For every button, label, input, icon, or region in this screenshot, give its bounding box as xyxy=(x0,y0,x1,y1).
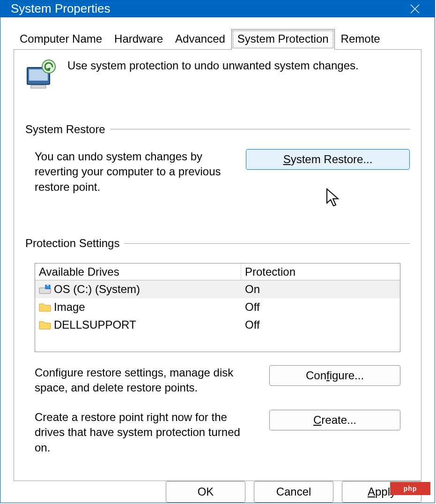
divider xyxy=(124,243,410,244)
svg-rect-4 xyxy=(31,85,46,88)
system-protection-icon xyxy=(25,59,59,90)
close-icon xyxy=(410,4,420,14)
create-desc: Create a restore point right now for the… xyxy=(25,410,255,455)
window-title: System Properties xyxy=(11,1,110,16)
tab-computer-name[interactable]: Computer Name xyxy=(14,29,108,49)
system-restore-desc: You can undo system changes by reverting… xyxy=(25,149,232,195)
group-protection-settings-heading: Protection Settings xyxy=(25,237,410,250)
drive-row[interactable]: DELLSUPPORT Off xyxy=(35,316,400,334)
drive-name: DELLSUPPORT xyxy=(54,318,136,331)
divider xyxy=(110,129,410,129)
dialog-content: Computer Name Hardware Advanced System P… xyxy=(0,17,435,481)
drive-status: Off xyxy=(241,316,400,334)
configure-row: Configure restore settings, manage disk … xyxy=(25,365,410,396)
system-restore-button[interactable]: System Restore... xyxy=(246,149,410,170)
drives-header: Available Drives Protection xyxy=(35,263,400,280)
tab-hardware[interactable]: Hardware xyxy=(108,29,169,49)
create-button[interactable]: Create... xyxy=(269,410,400,430)
folder-icon xyxy=(39,302,51,312)
configure-button[interactable]: Configure... xyxy=(269,365,400,386)
col-protection[interactable]: Protection xyxy=(241,263,400,280)
configure-desc: Configure restore settings, manage disk … xyxy=(25,365,255,396)
tab-panel-system-protection: Use system protection to undo unwanted s… xyxy=(14,50,421,481)
tab-advanced[interactable]: Advanced xyxy=(169,29,231,49)
svg-point-5 xyxy=(42,60,55,73)
title-bar[interactable]: System Properties xyxy=(0,0,435,17)
drive-os-icon xyxy=(39,284,51,294)
folder-icon xyxy=(39,320,51,330)
col-available-drives[interactable]: Available Drives xyxy=(35,263,241,280)
watermark-badge: php xyxy=(390,482,430,495)
intro-text: Use system protection to undo unwanted s… xyxy=(67,59,359,72)
drives-listview[interactable]: Available Drives Protection OS (C:) (Sys… xyxy=(35,263,400,352)
system-properties-window: System Properties Computer Name Hardware… xyxy=(0,0,435,503)
drive-status: Off xyxy=(241,298,400,316)
tab-remote[interactable]: Remote xyxy=(335,29,386,49)
drive-status: On xyxy=(241,280,400,298)
dialog-footer: OK Cancel Apply xyxy=(0,481,435,503)
system-restore-row: You can undo system changes by reverting… xyxy=(25,149,410,195)
intro-row: Use system protection to undo unwanted s… xyxy=(25,59,410,90)
drive-row[interactable]: OS (C:) (System) On xyxy=(35,280,400,298)
tab-strip: Computer Name Hardware Advanced System P… xyxy=(14,29,421,50)
system-restore-label: System Restore xyxy=(25,123,105,136)
group-system-restore-heading: System Restore xyxy=(25,123,410,136)
cancel-button[interactable]: Cancel xyxy=(254,481,333,503)
drive-name: Image xyxy=(54,301,85,314)
drive-row[interactable]: Image Off xyxy=(35,298,400,316)
close-button[interactable] xyxy=(406,0,424,18)
protection-settings-label: Protection Settings xyxy=(25,237,119,250)
tab-system-protection[interactable]: System Protection xyxy=(231,29,335,50)
ok-button[interactable]: OK xyxy=(166,481,245,503)
drive-name: OS (C:) (System) xyxy=(54,283,140,296)
svg-rect-9 xyxy=(47,284,49,286)
create-row: Create a restore point right now for the… xyxy=(25,410,410,455)
